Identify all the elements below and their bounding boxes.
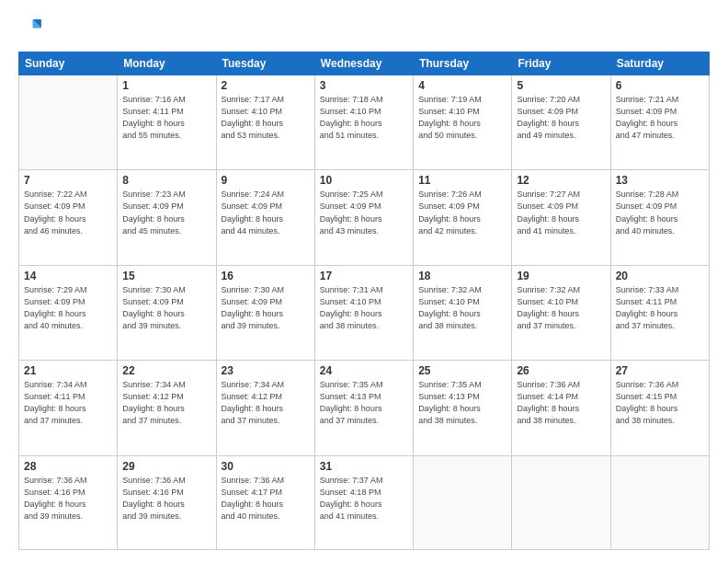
day-number: 22 [122,364,210,377]
day-info: Sunrise: 7:25 AM Sunset: 4:09 PM Dayligh… [320,189,408,236]
day-info: Sunrise: 7:23 AM Sunset: 4:09 PM Dayligh… [122,189,210,236]
calendar-table: SundayMondayTuesdayWednesdayThursdayFrid… [18,52,710,550]
day-info: Sunrise: 7:33 AM Sunset: 4:11 PM Dayligh… [616,284,704,332]
day-info: Sunrise: 7:16 AM Sunset: 4:11 PM Dayligh… [122,94,210,142]
day-number: 5 [517,79,605,92]
calendar-cell: 23Sunrise: 7:34 AM Sunset: 4:12 PM Dayli… [216,361,314,455]
day-info: Sunrise: 7:22 AM Sunset: 4:09 PM Dayligh… [24,189,112,236]
day-info: Sunrise: 7:31 AM Sunset: 4:10 PM Dayligh… [320,284,408,332]
day-number: 7 [24,174,112,187]
calendar-cell: 30Sunrise: 7:36 AM Sunset: 4:17 PM Dayli… [216,455,314,549]
calendar-cell: 11Sunrise: 7:26 AM Sunset: 4:09 PM Dayli… [414,170,512,265]
col-header-monday: Monday [118,52,216,75]
calendar-cell: 26Sunrise: 7:36 AM Sunset: 4:14 PM Dayli… [512,361,610,455]
col-header-sunday: Sunday [19,52,118,75]
day-number: 29 [122,460,210,473]
day-info: Sunrise: 7:24 AM Sunset: 4:09 PM Dayligh… [222,189,310,236]
page: SundayMondayTuesdayWednesdayThursdayFrid… [0,0,728,563]
calendar-cell: 15Sunrise: 7:30 AM Sunset: 4:09 PM Dayli… [118,265,216,360]
week-row-5: 28Sunrise: 7:36 AM Sunset: 4:16 PM Dayli… [19,455,710,549]
day-number: 18 [418,270,506,282]
calendar-cell: 6Sunrise: 7:21 AM Sunset: 4:09 PM Daylig… [610,75,709,170]
logo-icon [18,17,44,42]
day-number: 2 [222,79,310,92]
day-info: Sunrise: 7:36 AM Sunset: 4:15 PM Dayligh… [616,379,704,427]
day-number: 30 [222,460,310,473]
day-number: 23 [222,364,310,377]
day-info: Sunrise: 7:27 AM Sunset: 4:09 PM Dayligh… [517,189,605,236]
day-info: Sunrise: 7:32 AM Sunset: 4:10 PM Dayligh… [418,284,506,332]
calendar-cell: 27Sunrise: 7:36 AM Sunset: 4:15 PM Dayli… [610,361,709,455]
day-info: Sunrise: 7:26 AM Sunset: 4:09 PM Dayligh… [418,189,506,236]
day-info: Sunrise: 7:36 AM Sunset: 4:17 PM Dayligh… [222,475,310,523]
day-info: Sunrise: 7:29 AM Sunset: 4:09 PM Dayligh… [24,284,112,332]
calendar-cell: 19Sunrise: 7:32 AM Sunset: 4:10 PM Dayli… [512,265,610,360]
calendar-cell: 4Sunrise: 7:19 AM Sunset: 4:10 PM Daylig… [414,75,512,170]
calendar-cell: 1Sunrise: 7:16 AM Sunset: 4:11 PM Daylig… [118,75,216,170]
calendar-cell: 3Sunrise: 7:18 AM Sunset: 4:10 PM Daylig… [314,75,413,170]
day-info: Sunrise: 7:36 AM Sunset: 4:16 PM Dayligh… [24,475,112,523]
calendar-cell: 31Sunrise: 7:37 AM Sunset: 4:18 PM Dayli… [314,455,413,549]
calendar-cell [414,455,512,549]
calendar-cell: 9Sunrise: 7:24 AM Sunset: 4:09 PM Daylig… [216,170,314,265]
logo [18,17,48,42]
day-number: 24 [320,364,408,377]
day-number: 3 [320,79,408,92]
day-number: 12 [517,174,605,187]
day-number: 19 [517,270,605,282]
col-header-saturday: Saturday [610,52,709,75]
header-row: SundayMondayTuesdayWednesdayThursdayFrid… [19,52,710,75]
day-number: 15 [122,270,210,282]
calendar-cell: 16Sunrise: 7:30 AM Sunset: 4:09 PM Dayli… [216,265,314,360]
day-info: Sunrise: 7:35 AM Sunset: 4:13 PM Dayligh… [418,379,506,427]
day-number: 21 [24,364,112,377]
calendar-cell: 10Sunrise: 7:25 AM Sunset: 4:09 PM Dayli… [314,170,413,265]
calendar-cell: 28Sunrise: 7:36 AM Sunset: 4:16 PM Dayli… [19,455,118,549]
day-number: 10 [320,174,408,187]
calendar-cell: 2Sunrise: 7:17 AM Sunset: 4:10 PM Daylig… [216,75,314,170]
day-info: Sunrise: 7:18 AM Sunset: 4:10 PM Dayligh… [320,94,408,142]
day-number: 14 [24,270,112,282]
day-number: 26 [517,364,605,377]
day-info: Sunrise: 7:36 AM Sunset: 4:14 PM Dayligh… [517,379,605,427]
col-header-tuesday: Tuesday [216,52,314,75]
calendar-cell [19,75,118,170]
day-info: Sunrise: 7:17 AM Sunset: 4:10 PM Dayligh… [222,94,310,142]
calendar-cell: 13Sunrise: 7:28 AM Sunset: 4:09 PM Dayli… [610,170,709,265]
calendar-cell [610,455,709,549]
week-row-1: 1Sunrise: 7:16 AM Sunset: 4:11 PM Daylig… [19,75,710,170]
day-number: 31 [320,460,408,473]
day-info: Sunrise: 7:21 AM Sunset: 4:09 PM Dayligh… [616,94,704,142]
header [18,17,710,42]
day-number: 6 [616,79,704,92]
day-info: Sunrise: 7:34 AM Sunset: 4:12 PM Dayligh… [122,379,210,427]
calendar-cell: 25Sunrise: 7:35 AM Sunset: 4:13 PM Dayli… [414,361,512,455]
day-info: Sunrise: 7:36 AM Sunset: 4:16 PM Dayligh… [122,475,210,523]
day-number: 28 [24,460,112,473]
day-info: Sunrise: 7:34 AM Sunset: 4:12 PM Dayligh… [222,379,310,427]
day-info: Sunrise: 7:28 AM Sunset: 4:09 PM Dayligh… [616,189,704,236]
day-info: Sunrise: 7:35 AM Sunset: 4:13 PM Dayligh… [320,379,408,427]
day-number: 17 [320,270,408,282]
day-number: 16 [222,270,310,282]
week-row-2: 7Sunrise: 7:22 AM Sunset: 4:09 PM Daylig… [19,170,710,265]
day-number: 20 [616,270,704,282]
calendar-cell: 20Sunrise: 7:33 AM Sunset: 4:11 PM Dayli… [610,265,709,360]
col-header-wednesday: Wednesday [314,52,413,75]
calendar-cell: 24Sunrise: 7:35 AM Sunset: 4:13 PM Dayli… [314,361,413,455]
calendar-cell: 29Sunrise: 7:36 AM Sunset: 4:16 PM Dayli… [118,455,216,549]
calendar-cell: 8Sunrise: 7:23 AM Sunset: 4:09 PM Daylig… [118,170,216,265]
calendar-cell: 21Sunrise: 7:34 AM Sunset: 4:11 PM Dayli… [19,361,118,455]
calendar-cell: 5Sunrise: 7:20 AM Sunset: 4:09 PM Daylig… [512,75,610,170]
calendar-cell: 18Sunrise: 7:32 AM Sunset: 4:10 PM Dayli… [414,265,512,360]
calendar-cell: 7Sunrise: 7:22 AM Sunset: 4:09 PM Daylig… [19,170,118,265]
day-number: 8 [122,174,210,187]
day-number: 1 [122,79,210,92]
day-number: 11 [418,174,506,187]
calendar-cell: 14Sunrise: 7:29 AM Sunset: 4:09 PM Dayli… [19,265,118,360]
day-number: 25 [418,364,506,377]
col-header-friday: Friday [512,52,610,75]
week-row-4: 21Sunrise: 7:34 AM Sunset: 4:11 PM Dayli… [19,361,710,455]
calendar-cell: 22Sunrise: 7:34 AM Sunset: 4:12 PM Dayli… [118,361,216,455]
day-info: Sunrise: 7:34 AM Sunset: 4:11 PM Dayligh… [24,379,112,427]
